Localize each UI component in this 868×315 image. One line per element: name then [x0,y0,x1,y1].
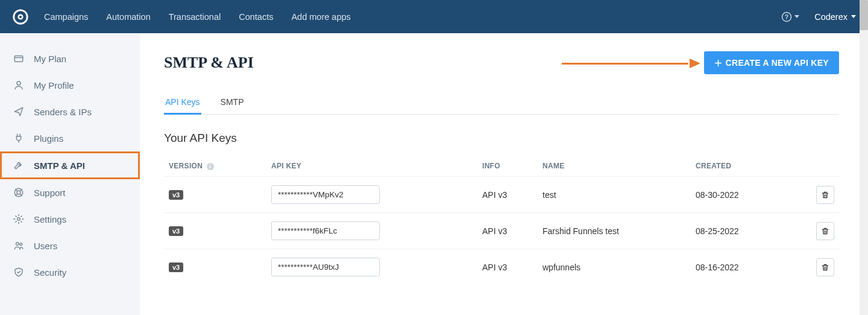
cell-info: API v3 [477,249,538,285]
sidebar-item-label: Support [34,188,66,198]
version-badge: v3 [169,262,183,272]
sidebar-item-label: Security [34,267,66,278]
chevron-down-icon [851,15,856,18]
sidebar-item-security[interactable]: Security [0,259,140,285]
table-row: v3API v3Farshid Funnels test08-25-2022 [164,213,839,249]
sidebar-item-label: SMTP & API [34,161,85,171]
main-content: SMTP & API CREATE A NEW API KEY API Keys… [140,33,868,315]
delete-button[interactable] [816,258,834,276]
create-api-key-button[interactable]: CREATE A NEW API KEY [704,51,839,74]
nav-automation[interactable]: Automation [106,12,150,22]
sidebar-item-senders-ips[interactable]: Senders & IPs [0,98,140,125]
help-icon: ? [781,11,792,22]
api-key-field[interactable] [271,221,380,240]
svg-point-4 [17,81,20,85]
plus-icon [714,59,722,67]
version-badge: v3 [169,226,183,236]
svg-text:?: ? [785,13,788,20]
trash-icon [821,191,829,199]
cell-created: 08-30-2022 [691,177,811,213]
topbar: Campaigns Automation Transactional Conta… [0,0,868,33]
account-name: Coderex [814,12,848,22]
table-row: v3API v3test08-30-2022 [164,177,839,213]
version-badge: v3 [169,190,183,200]
sidebar-item-support[interactable]: Support [0,179,140,206]
support-icon [13,187,24,198]
th-version: VERSION i [164,156,266,177]
svg-point-8 [16,243,19,246]
chevron-down-icon [794,15,799,18]
page-header: SMTP & API CREATE A NEW API KEY [164,51,839,74]
section-title: Your API Keys [164,132,839,145]
account-menu[interactable]: Coderex [814,12,856,22]
profile-icon [13,80,24,91]
sidebar-item-smtp-api[interactable]: SMTP & API [0,151,140,179]
nav-transactional[interactable]: Transactional [169,12,221,22]
cell-info: API v3 [477,177,538,213]
help-menu[interactable]: ? [781,11,799,22]
sidebar-item-my-plan[interactable]: My Plan [0,45,140,72]
nav-contacts[interactable]: Contacts [239,12,273,22]
create-button-label: CREATE A NEW API KEY [726,58,829,68]
plug-icon [13,133,24,144]
cell-created: 08-25-2022 [691,213,811,249]
sidebar-item-label: Senders & IPs [34,107,92,117]
svg-point-7 [17,218,20,221]
sidebar-item-settings[interactable]: Settings [0,206,140,232]
cell-info: API v3 [477,213,538,249]
delete-button[interactable] [816,222,834,240]
wrench-icon [13,160,24,171]
gear-icon [13,214,24,224]
profile-icon [13,80,24,91]
sidebar-item-label: Users [34,241,57,251]
tab-api-keys[interactable]: API Keys [164,91,201,115]
tabs: API KeysSMTP [164,91,839,115]
cell-name: Farshid Funnels test [538,213,691,249]
trash-icon [821,263,829,272]
sidebar-item-users[interactable]: Users [0,232,140,259]
nav-add-more-apps[interactable]: Add more apps [291,12,350,22]
shield-icon [13,267,24,278]
users-icon [13,240,24,251]
send-icon [13,106,24,117]
page-title: SMTP & API [164,54,254,72]
svg-rect-3 [14,56,23,62]
wrench-icon [13,160,24,171]
cell-name: test [538,177,691,213]
arrow-annotation [562,60,700,67]
sidebar-item-label: Settings [34,214,66,224]
delete-button[interactable] [816,186,834,204]
sidebar-item-label: My Plan [34,54,66,64]
api-keys-table: VERSION i API KEY INFO NAME CREATED v3AP… [164,156,839,285]
th-api-key: API KEY [266,156,477,177]
svg-point-6 [17,191,20,194]
sidebar-item-label: My Profile [34,80,74,91]
api-key-field[interactable] [271,185,380,204]
sidebar-item-plugins[interactable]: Plugins [0,125,140,151]
tab-smtp[interactable]: SMTP [219,91,245,115]
info-icon: i [207,163,214,170]
table-row: v3API v3wpfunnels08-16-2022 [164,249,839,285]
scrollbar[interactable] [860,0,868,315]
svg-point-9 [20,243,22,246]
top-nav: Campaigns Automation Transactional Conta… [44,12,351,22]
sidebar: My PlanMy ProfileSenders & IPsPluginsSMT… [0,33,140,315]
plug-icon [13,133,24,144]
api-key-field[interactable] [271,258,380,276]
support-icon [13,187,24,198]
th-name: NAME [538,156,691,177]
sidebar-item-label: Plugins [34,133,63,144]
cell-name: wpfunnels [538,249,691,285]
trash-icon [821,227,829,235]
shield-icon [13,267,24,278]
nav-campaigns[interactable]: Campaigns [44,12,88,22]
swirl-icon [12,8,29,25]
th-info: INFO [477,156,538,177]
plan-icon [13,53,24,64]
svg-point-0 [19,14,23,19]
users-icon [13,240,24,251]
sidebar-item-my-profile[interactable]: My Profile [0,72,140,98]
brand-logo[interactable] [12,8,29,25]
gear-icon [13,214,24,224]
plan-icon [13,53,24,64]
